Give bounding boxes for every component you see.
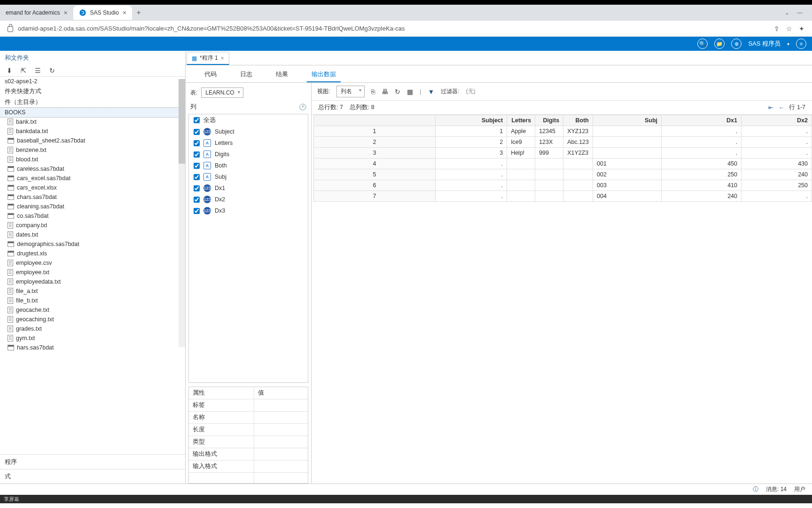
tree-folder-books[interactable]: BOOKS <box>0 108 185 117</box>
tree-file[interactable]: blood.txt <box>0 155 185 164</box>
tree-server[interactable]: s02-apse1-2 <box>0 77 185 86</box>
tab-log[interactable]: 日志 <box>235 68 257 82</box>
column-checkbox[interactable] <box>194 208 200 214</box>
copy-icon[interactable]: ⎘ <box>371 88 375 95</box>
table-cell[interactable]: . <box>436 159 507 169</box>
column-checkbox[interactable] <box>194 197 200 203</box>
extensions-icon[interactable]: ✦ <box>799 25 804 32</box>
table-cell[interactable]: Help! <box>507 148 535 159</box>
table-cell[interactable]: X1Y2Z3 <box>563 148 593 159</box>
table-header[interactable]: Subject <box>436 115 507 126</box>
print-icon[interactable]: 🖶 <box>382 88 388 95</box>
filter-icon[interactable]: ▼ <box>428 88 434 95</box>
table-cell[interactable]: 003 <box>593 180 662 191</box>
column-item[interactable]: 123Dx2 <box>189 194 308 205</box>
table-cell[interactable]: 2 <box>314 137 436 148</box>
table-cell[interactable] <box>507 180 535 191</box>
table-cell[interactable]: 410 <box>662 180 742 191</box>
tree-file[interactable]: careless.sas7bdat <box>0 164 185 174</box>
tree-file[interactable]: file_a.txt <box>0 286 185 296</box>
table-header[interactable] <box>314 115 436 126</box>
col-item-select-all[interactable]: 全选 <box>189 114 308 126</box>
upload-icon[interactable]: ⇱ <box>21 67 26 74</box>
column-checkbox[interactable] <box>194 140 200 146</box>
tree-file[interactable]: demographics.sas7bdat <box>0 239 185 249</box>
lock-icon[interactable] <box>8 26 13 32</box>
sidebar-scrollbar[interactable] <box>179 79 185 347</box>
table-cell[interactable] <box>593 126 662 137</box>
folder-icon[interactable]: 📁 <box>714 39 725 49</box>
view-select[interactable]: 列名 <box>336 86 365 97</box>
table-header[interactable]: Dx2 <box>742 115 812 126</box>
table-cell[interactable]: . <box>742 148 812 159</box>
tree-file[interactable]: chars.sas7bdat <box>0 192 185 202</box>
tree-file[interactable]: employee.csv <box>0 258 185 268</box>
tree-file[interactable]: file_b.txt <box>0 296 185 305</box>
sidebar-section-programs[interactable]: 程序 <box>0 454 185 469</box>
table-row[interactable]: 7.004240. <box>314 191 812 202</box>
tree-file[interactable]: geocache.txt <box>0 305 185 315</box>
select-all-checkbox[interactable] <box>194 117 200 123</box>
browser-tab-sas[interactable]: SAS Studio × <box>73 6 133 20</box>
column-item[interactable]: 123Dx1 <box>189 183 308 194</box>
chevron-down-icon[interactable]: ▾ <box>787 41 789 47</box>
tree-shortcuts[interactable]: 件夹快捷方式 <box>0 86 185 97</box>
table-cell[interactable] <box>563 180 593 191</box>
column-item[interactable]: 123Subject <box>189 126 308 137</box>
table-cell[interactable]: 250 <box>742 180 812 191</box>
program-tab[interactable]: ▦ *程序 1 × <box>187 52 229 65</box>
table-row[interactable]: 33Help!999X1Y2Z3.. <box>314 148 812 159</box>
table-cell[interactable]: . <box>662 148 742 159</box>
column-item[interactable]: ASubj <box>189 171 308 183</box>
tree-file[interactable]: cleaning.sas7bdat <box>0 202 185 211</box>
table-cell[interactable]: 430 <box>742 159 812 169</box>
table-header[interactable]: Letters <box>507 115 535 126</box>
column-item[interactable]: ABoth <box>189 160 308 171</box>
table-header[interactable]: Both <box>563 115 593 126</box>
new-tab-button[interactable]: + <box>132 6 145 19</box>
star-icon[interactable]: ☆ <box>786 25 792 32</box>
tree-file[interactable]: employeedata.txt <box>0 277 185 286</box>
table-cell[interactable]: 1 <box>436 126 507 137</box>
share-icon[interactable]: ⇪ <box>774 25 780 32</box>
tab-code[interactable]: 代码 <box>200 68 221 82</box>
tree-file[interactable]: bankdata.txt <box>0 127 185 136</box>
table-cell[interactable]: . <box>436 169 507 180</box>
tree-file[interactable]: geocaching.txt <box>0 315 185 324</box>
table-cell[interactable]: . <box>742 126 812 137</box>
table-cell[interactable]: 12345 <box>535 126 563 137</box>
prev-page-icon[interactable]: ← <box>778 104 784 111</box>
table-cell[interactable]: 7 <box>314 191 436 202</box>
table-cell[interactable]: 999 <box>535 148 563 159</box>
table-row[interactable]: 6.003410250 <box>314 180 812 191</box>
table-cell[interactable]: Ice9 <box>507 137 535 148</box>
table-cell[interactable]: 4 <box>314 159 436 169</box>
table-cell[interactable]: . <box>436 191 507 202</box>
info-icon[interactable]: ⓘ <box>753 485 758 493</box>
table-cell[interactable]: 450 <box>662 159 742 169</box>
table-cell[interactable]: Apple <box>507 126 535 137</box>
table-cell[interactable]: 001 <box>593 159 662 169</box>
table-cell[interactable]: 5 <box>314 169 436 180</box>
table-cell[interactable] <box>563 169 593 180</box>
refresh-icon[interactable]: ↻ <box>49 67 55 74</box>
tree-file[interactable]: hars.sas7bdat <box>0 343 185 352</box>
first-page-icon[interactable]: ⇤ <box>768 104 773 111</box>
tree-mainfolder[interactable]: 件（主目录） <box>0 97 185 108</box>
table-cell[interactable] <box>593 148 662 159</box>
table-cell[interactable]: . <box>436 180 507 191</box>
refresh-icon[interactable]: ↻ <box>395 88 400 95</box>
menu-icon[interactable]: ≡ <box>796 39 806 49</box>
tree-file[interactable]: employee.txt <box>0 268 185 277</box>
table-cell[interactable]: 1 <box>314 126 436 137</box>
column-checkbox[interactable] <box>194 174 200 180</box>
table-cell[interactable]: 240 <box>742 169 812 180</box>
sidebar-section-formats[interactable]: 式 <box>0 469 185 484</box>
table-cell[interactable]: . <box>662 137 742 148</box>
tab-output[interactable]: 输出数据 <box>307 68 341 82</box>
table-cell[interactable]: 240 <box>662 191 742 202</box>
column-checkbox[interactable] <box>194 151 200 158</box>
tree-file[interactable]: gym.txt <box>0 333 185 343</box>
table-cell[interactable] <box>535 169 563 180</box>
table-header[interactable]: Dx1 <box>662 115 742 126</box>
